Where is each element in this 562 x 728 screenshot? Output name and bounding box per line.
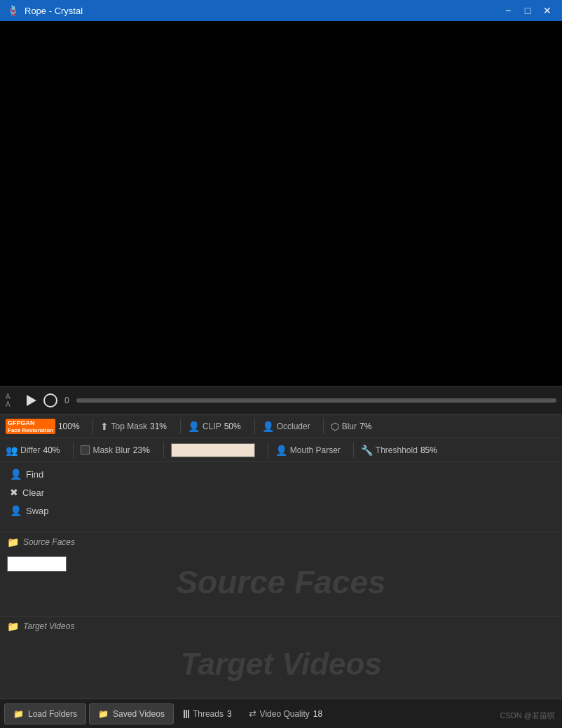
controls-row1: GFPGANFace Restoration 100% ⬆ Top Mask 3…: [0, 414, 562, 438]
frame-indicator: AA: [6, 393, 20, 408]
player-controls: AA 0: [0, 386, 562, 414]
threshhold-value: 85%: [420, 445, 438, 455]
title-bar-controls: − □ ✕: [500, 3, 555, 18]
sep8: [353, 443, 354, 458]
source-faces-section: 📁 Source Faces Source Faces ✖ Delete: [0, 532, 562, 616]
blur-label: Blur: [342, 422, 357, 431]
title-bar-left: 🪢 Rope - Crystal: [7, 5, 83, 16]
source-faces-folder-icon: 📁: [7, 537, 19, 548]
threshhold-label: Threshhold: [376, 445, 418, 455]
differ-group: 👥 Differ 40%: [6, 445, 60, 456]
controls-row2: 👥 Differ 40% Mask Blur 23% 👤 Mouth Parse…: [0, 438, 562, 461]
swap-label: Swap: [26, 506, 49, 516]
sep4: [323, 419, 324, 434]
play-icon: [27, 395, 36, 406]
target-videos-label: Target Videos: [23, 621, 74, 631]
thread-line-1: [184, 710, 185, 718]
blur-value: 7%: [359, 422, 377, 431]
color-swatch-group: [171, 443, 255, 457]
threshhold-group: 🔧 Threshhold 85%: [361, 445, 438, 456]
title-bar: 🪢 Rope - Crystal − □ ✕: [0, 0, 562, 21]
target-videos-header: 📁 Target Videos: [0, 616, 562, 636]
close-button[interactable]: ✕: [540, 3, 555, 18]
thread-line-3: [188, 710, 189, 718]
sep7: [268, 443, 268, 458]
bottom-bar: 📁 Load Folders 📁 Saved Videos Threads 3 …: [0, 699, 562, 728]
video-area: [0, 21, 562, 386]
mouth-parser-group: 👤 Mouth Parser: [275, 445, 341, 456]
video-quality-icon: ⇄: [249, 708, 256, 719]
gfpgan-badge: GFPGANFace Restoration: [6, 419, 55, 434]
mask-blur-value: 23%: [133, 445, 151, 455]
blur-icon: ⬡: [331, 421, 339, 432]
target-videos-watermark: Target Videos: [180, 647, 382, 682]
threads-icon: [184, 710, 189, 718]
threads-label: Threads: [193, 709, 224, 719]
video-quality-stat: ⇄ Video Quality 18: [242, 708, 330, 719]
find-icon: 👤: [10, 469, 22, 480]
video-quality-value: 18: [313, 709, 322, 719]
source-face-input[interactable]: [7, 556, 67, 572]
watermark-text: CSDN @若苗暝: [500, 710, 555, 721]
source-faces-label: Source Faces: [23, 537, 75, 547]
swap-icon: 👤: [10, 505, 22, 516]
saved-videos-label: Saved Videos: [113, 709, 165, 719]
threads-value: 3: [227, 709, 232, 719]
load-folders-label: Load Folders: [28, 709, 77, 719]
source-faces-header: 📁 Source Faces: [0, 532, 562, 552]
differ-label: Differ: [20, 445, 40, 455]
sep3: [254, 419, 255, 434]
find-label: Find: [26, 469, 43, 480]
clear-button[interactable]: ✖ Clear: [0, 483, 54, 501]
occluder-label: Occluder: [277, 422, 310, 431]
progress-bar[interactable]: [76, 398, 556, 403]
sep1: [92, 419, 93, 434]
saved-videos-button[interactable]: 📁 Saved Videos: [89, 703, 174, 724]
target-faces-section: 👤 Find ✖ Clear 👤 Swap Target Faces: [0, 461, 562, 532]
target-videos-folder-icon: 📁: [7, 621, 19, 632]
clip-label: CLIP: [203, 422, 221, 431]
find-button[interactable]: 👤 Find: [0, 465, 53, 483]
threshhold-icon: 🔧: [361, 445, 373, 456]
app-icon: 🪢: [7, 5, 19, 16]
differ-icon: 👥: [6, 445, 18, 456]
clip-group: 👤 CLIP 50%: [188, 421, 242, 432]
differ-value: 40%: [43, 445, 60, 455]
blur-group: ⬡ Blur 7%: [331, 421, 377, 432]
top-mask-group: ⬆ Top Mask 31%: [100, 421, 167, 432]
color-swatch[interactable]: [171, 443, 255, 457]
gfpgan-group: GFPGANFace Restoration 100%: [6, 419, 80, 434]
load-folders-icon: 📁: [13, 709, 24, 719]
sep2: [180, 419, 181, 434]
swap-button[interactable]: 👤 Swap: [0, 501, 59, 520]
sep6: [163, 443, 164, 458]
maximize-button[interactable]: □: [520, 3, 535, 18]
top-mask-label: Top Mask: [111, 422, 147, 431]
mouth-parser-icon: 👤: [275, 445, 287, 456]
mouth-parser-label: Mouth Parser: [290, 445, 341, 455]
gfpgan-value: 100%: [58, 422, 80, 431]
frame-count: 0: [64, 396, 69, 405]
occluder-group: 👤 Occluder: [262, 421, 310, 432]
clear-label: Clear: [22, 487, 44, 498]
app-title: Rope - Crystal: [25, 6, 83, 16]
target-videos-section: 📁 Target Videos Target Videos: [0, 616, 562, 686]
mask-blur-checkbox[interactable]: [81, 445, 90, 454]
play-button[interactable]: [27, 395, 36, 406]
thread-line-2: [186, 710, 187, 718]
saved-videos-icon: 📁: [98, 709, 109, 719]
load-folders-button[interactable]: 📁 Load Folders: [4, 703, 86, 724]
occluder-icon: 👤: [262, 421, 274, 432]
source-faces-watermark: Source Faces: [176, 563, 385, 601]
target-videos-content: Target Videos: [0, 636, 562, 692]
minimize-button[interactable]: −: [500, 3, 516, 18]
clip-icon: 👤: [188, 421, 200, 432]
actions-area: 👤 Find ✖ Clear 👤 Swap: [0, 462, 562, 523]
source-faces-content: Source Faces: [0, 552, 562, 612]
clip-value: 50%: [224, 422, 242, 431]
mask-blur-group: Mask Blur 23%: [81, 445, 150, 455]
stop-button[interactable]: [43, 393, 57, 407]
mask-blur-label: Mask Blur: [92, 445, 130, 455]
sep5: [73, 443, 74, 458]
top-mask-value: 31%: [150, 422, 167, 431]
